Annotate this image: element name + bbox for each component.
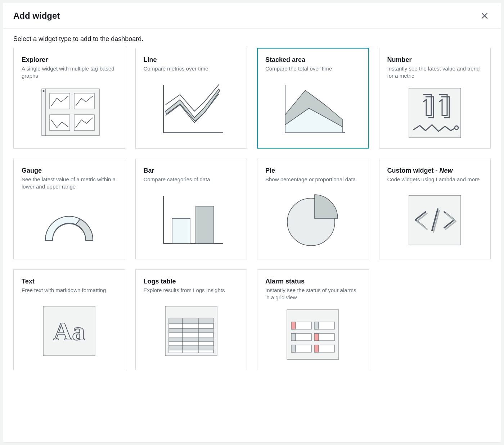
widget-card-bar[interactable]: Bar Compare categories of data bbox=[135, 159, 247, 259]
card-title: Gauge bbox=[22, 167, 117, 174]
card-title: Text bbox=[22, 278, 117, 285]
card-desc: Show percentage or proportional data bbox=[265, 176, 361, 183]
modal-subtitle: Select a widget type to add to the dashb… bbox=[13, 35, 491, 43]
svg-rect-23 bbox=[196, 206, 214, 244]
card-desc: See the latest value of a metric within … bbox=[22, 176, 117, 191]
svg-rect-57 bbox=[314, 345, 319, 352]
widget-card-number[interactable]: Number Instantly see the latest value an… bbox=[379, 48, 491, 149]
svg-rect-7 bbox=[50, 115, 70, 131]
logs-table-icon bbox=[162, 304, 220, 358]
modal-title: Add widget bbox=[13, 11, 60, 21]
pie-chart-icon bbox=[282, 193, 343, 247]
stacked-area-icon bbox=[279, 82, 347, 136]
card-title-text: Custom widget - bbox=[387, 167, 440, 174]
widget-card-line[interactable]: Line Compare metrics over time bbox=[135, 48, 247, 149]
card-title: Line bbox=[144, 56, 239, 64]
card-title: Stacked area bbox=[265, 56, 361, 64]
bar-chart-icon bbox=[157, 193, 225, 247]
svg-rect-55 bbox=[314, 333, 319, 341]
card-desc: Compare the total over time bbox=[265, 65, 361, 72]
card-title: Number bbox=[387, 56, 483, 64]
line-chart-icon bbox=[157, 82, 225, 136]
close-icon bbox=[481, 12, 489, 20]
svg-rect-56 bbox=[291, 345, 296, 352]
card-desc: Explore results from Logs Insights bbox=[144, 287, 239, 294]
card-desc: Code widgets using Lambda and more bbox=[387, 176, 483, 183]
card-title: Alarm status bbox=[265, 278, 361, 285]
modal-body: Select a widget type to add to the dashb… bbox=[3, 29, 501, 380]
svg-rect-53 bbox=[314, 322, 319, 329]
widget-card-alarm-status[interactable]: Alarm status Instantly see the status of… bbox=[257, 269, 369, 370]
svg-text:Aa: Aa bbox=[53, 317, 85, 346]
svg-rect-22 bbox=[172, 218, 190, 244]
card-title: Explorer bbox=[22, 56, 117, 64]
card-desc: A single widget with multiple tag-based … bbox=[22, 65, 117, 80]
alarm-status-icon bbox=[284, 308, 342, 362]
widget-card-logs-table[interactable]: Logs table Explore results from Logs Ins… bbox=[135, 269, 247, 370]
modal-header: Add widget bbox=[3, 3, 501, 29]
card-title: Custom widget - New bbox=[387, 167, 483, 174]
widget-card-custom[interactable]: Custom widget - New Code widgets using L… bbox=[379, 159, 491, 259]
gauge-icon bbox=[37, 199, 102, 249]
card-title: Pie bbox=[265, 167, 361, 174]
card-desc: Free text with markdown formatting bbox=[22, 287, 117, 294]
widget-card-pie[interactable]: Pie Show percentage or proportional data bbox=[257, 159, 369, 259]
svg-rect-2 bbox=[42, 89, 45, 136]
text-icon: Aa bbox=[40, 304, 98, 358]
svg-rect-54 bbox=[291, 333, 296, 341]
card-title-suffix: New bbox=[440, 167, 453, 174]
widget-grid: Explorer A single widget with multiple t… bbox=[13, 48, 491, 370]
card-desc: Instantly see the status of your alarms … bbox=[265, 287, 361, 301]
card-desc: Compare metrics over time bbox=[144, 65, 239, 72]
widget-card-gauge[interactable]: Gauge See the latest value of a metric w… bbox=[13, 159, 125, 259]
card-title: Bar bbox=[144, 167, 239, 174]
explorer-icon bbox=[37, 86, 102, 140]
svg-rect-32 bbox=[169, 318, 213, 323]
svg-rect-34 bbox=[169, 337, 213, 341]
svg-point-17 bbox=[455, 126, 458, 130]
svg-rect-33 bbox=[169, 328, 213, 333]
svg-rect-5 bbox=[50, 93, 70, 109]
widget-card-explorer[interactable]: Explorer A single widget with multiple t… bbox=[13, 48, 125, 149]
custom-widget-icon bbox=[406, 193, 464, 247]
svg-rect-16 bbox=[409, 88, 461, 138]
card-desc: Instantly see the latest value and trend… bbox=[387, 65, 483, 80]
svg-rect-6 bbox=[74, 93, 94, 109]
widget-card-stacked-area[interactable]: Stacked area Compare the total over time bbox=[257, 48, 369, 149]
svg-rect-52 bbox=[291, 322, 296, 329]
card-desc: Compare categories of data bbox=[144, 176, 239, 183]
number-icon bbox=[406, 86, 464, 140]
svg-rect-35 bbox=[169, 346, 213, 350]
widget-card-text[interactable]: Text Free text with markdown formatting … bbox=[13, 269, 125, 370]
add-widget-modal: Add widget Select a widget type to add t… bbox=[3, 3, 501, 442]
close-button[interactable] bbox=[478, 10, 491, 22]
svg-rect-8 bbox=[74, 115, 94, 131]
card-title: Logs table bbox=[144, 278, 239, 285]
svg-point-3 bbox=[43, 90, 45, 92]
